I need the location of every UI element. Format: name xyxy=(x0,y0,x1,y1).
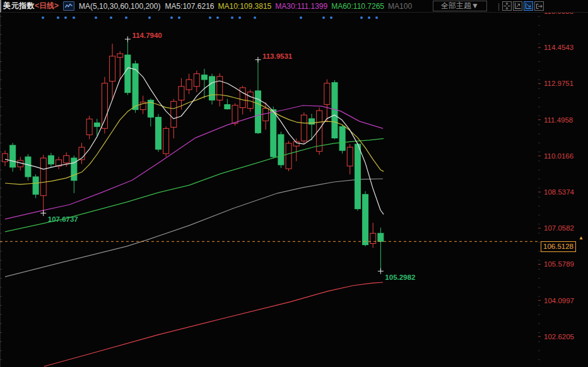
theme-selector-dropdown[interactable]: 全部主题▼ xyxy=(433,1,487,11)
candle-body xyxy=(156,117,162,150)
candle-body xyxy=(86,119,92,135)
toolbar-separator: | xyxy=(498,2,500,11)
candle-body xyxy=(33,177,38,195)
candle-body xyxy=(355,144,360,209)
ma-config-label: MA(5,10,30,60,100,200) xyxy=(79,2,160,11)
ma-line-ma100 xyxy=(5,179,383,277)
event-dot[interactable] xyxy=(254,16,256,19)
axis-scale-left-icon[interactable] xyxy=(513,1,522,11)
event-dot[interactable] xyxy=(170,16,173,19)
exit-fullscreen-icon[interactable] xyxy=(534,1,544,11)
candle-body xyxy=(263,109,269,121)
candle-body xyxy=(171,101,177,127)
candle-body xyxy=(102,83,107,129)
candle-body xyxy=(240,88,245,108)
candle-body xyxy=(163,128,169,153)
candle-body xyxy=(117,54,123,57)
event-dot[interactable] xyxy=(300,16,302,19)
event-dot[interactable] xyxy=(209,16,211,19)
event-dot[interactable] xyxy=(125,16,127,19)
event-dot[interactable] xyxy=(231,16,233,19)
candle-body xyxy=(301,115,307,141)
current-price-badge: 106.5128 xyxy=(541,241,576,252)
event-dot[interactable] xyxy=(95,16,97,19)
candle-body xyxy=(278,135,284,165)
event-dot[interactable] xyxy=(368,16,370,19)
candle-body xyxy=(209,76,215,100)
event-dot[interactable] xyxy=(73,16,75,19)
candle-body xyxy=(3,153,8,162)
event-dot[interactable] xyxy=(57,16,59,19)
candle-body xyxy=(64,155,69,163)
candle-body xyxy=(217,76,223,100)
chart-app: 114.7940113.9531107.6737105.2982 美元指数<日线… xyxy=(0,0,588,367)
symbol-name: 美元指数 xyxy=(3,1,35,10)
ma-legend-item: MA100 xyxy=(388,2,412,11)
candle-body xyxy=(125,55,131,93)
event-dot[interactable] xyxy=(330,16,332,19)
axis-scale-right-icon[interactable] xyxy=(524,1,533,11)
event-dot[interactable] xyxy=(178,16,180,19)
candle-body xyxy=(10,145,16,167)
candle-body xyxy=(132,64,138,110)
candle-body xyxy=(378,233,384,241)
extreme-price-label: 113.9531 xyxy=(262,52,293,60)
ma-line-ma200 xyxy=(44,282,383,366)
mini-chart-icon[interactable] xyxy=(63,1,74,11)
candle-body xyxy=(324,83,330,105)
candle-body xyxy=(48,155,54,164)
move-crosshair-icon[interactable] xyxy=(502,1,512,11)
ma-legend-item: MA30:111.1399 xyxy=(275,2,327,11)
extreme-price-label: 114.7940 xyxy=(132,32,162,39)
candle-body xyxy=(201,75,207,80)
event-dot[interactable] xyxy=(216,16,219,19)
extreme-price-label: 107.6737 xyxy=(48,215,78,223)
candle-body xyxy=(179,87,184,100)
candle-body xyxy=(186,80,192,90)
candle-body xyxy=(347,147,353,166)
chart-canvas[interactable]: 114.7940113.9531107.6737105.2982 xyxy=(0,0,588,367)
candle-body xyxy=(225,105,230,109)
candle-body xyxy=(94,123,100,127)
candle-body xyxy=(271,110,276,157)
ma-legend-item: MA10:109.3815 xyxy=(218,2,272,11)
event-dot[interactable] xyxy=(375,16,378,19)
event-dot[interactable] xyxy=(360,16,363,19)
candle-body xyxy=(110,56,115,81)
extreme-price-label: 105.2982 xyxy=(385,274,415,281)
event-dot[interactable] xyxy=(322,16,325,19)
price-up-arrow-icon: ▲ xyxy=(579,236,584,241)
ma-legend-item: MA60:110.7265 xyxy=(331,2,384,11)
candle-body xyxy=(25,157,31,177)
candle-body xyxy=(286,143,291,169)
candle-body xyxy=(339,126,345,150)
candle-body xyxy=(40,158,46,196)
toolbar: 美元指数<日线> MA(5,10,30,60,100,200) MA5:107.… xyxy=(0,0,588,13)
candle-body xyxy=(247,92,253,109)
event-dot[interactable] xyxy=(238,16,241,19)
candle-body xyxy=(363,195,368,245)
candle-body xyxy=(255,91,261,133)
period-label: <日线> xyxy=(35,1,59,10)
symbol-title: 美元指数<日线> xyxy=(3,1,59,11)
ma-legend: MA5:107.6216MA10:109.3815MA30:111.1399MA… xyxy=(165,2,416,11)
event-dot[interactable] xyxy=(110,16,112,19)
event-dot[interactable] xyxy=(42,16,44,19)
candle-body xyxy=(194,74,199,87)
event-dot[interactable] xyxy=(64,16,67,19)
candle-body xyxy=(370,233,376,243)
ma-legend-item: MA5:107.6216 xyxy=(165,2,214,11)
event-dot[interactable] xyxy=(148,16,151,19)
toolbar-icon-group xyxy=(502,1,544,11)
candle-body xyxy=(232,105,238,124)
